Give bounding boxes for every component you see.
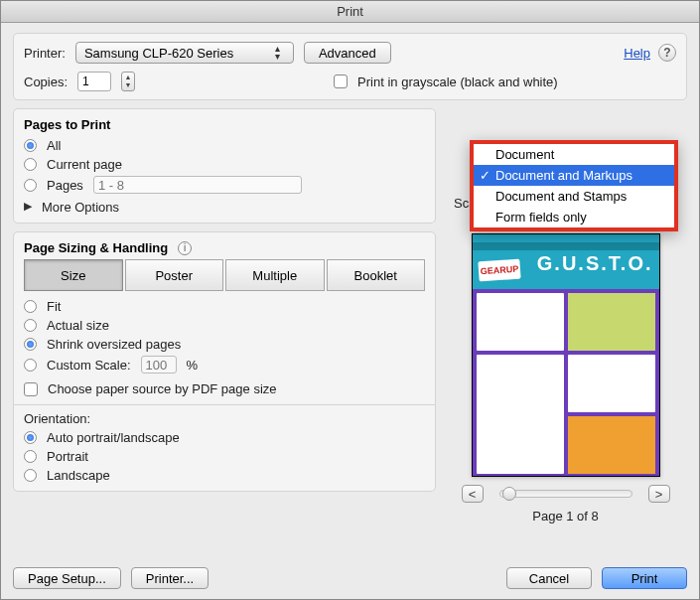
preview-header: GEARUP G.U.S.T.O.: [473, 234, 659, 289]
page-range-input[interactable]: [93, 176, 302, 194]
page-preview: GEARUP G.U.S.T.O.: [472, 233, 660, 477]
print-dialog: Print Printer: Samsung CLP-620 Series ▴▾…: [0, 0, 700, 600]
tab-poster-label: Poster: [155, 268, 193, 283]
radio-shrink[interactable]: [24, 338, 37, 351]
cancel-label: Cancel: [529, 571, 569, 586]
printer-select[interactable]: Samsung CLP-620 Series ▴▾: [75, 42, 294, 64]
page-setup-button[interactable]: Page Setup...: [13, 567, 121, 589]
next-page-button[interactable]: >: [648, 485, 670, 503]
radio-auto-label: Auto portrait/landscape: [47, 430, 180, 445]
radio-all-label: All: [47, 138, 61, 153]
advanced-label: Advanced: [319, 46, 376, 61]
radio-fit[interactable]: [24, 300, 37, 313]
left-column: Pages to Print All Current page Pages: [13, 108, 436, 524]
chevron-right-icon[interactable]: ▶: [24, 200, 32, 213]
printer-button-label: Printer...: [146, 571, 194, 586]
info-icon[interactable]: i: [178, 241, 192, 255]
cancel-button[interactable]: Cancel: [506, 567, 592, 589]
page-setup-label: Page Setup...: [28, 571, 106, 586]
radio-current[interactable]: [24, 158, 37, 171]
copies-input[interactable]: [77, 72, 111, 91]
top-panel: Printer: Samsung CLP-620 Series ▴▾ Advan…: [13, 33, 687, 100]
menu-item-document-stamps[interactable]: Document and Stamps: [474, 186, 674, 207]
sizing-panel: Page Sizing & Handling i Size Poster Mul…: [13, 231, 436, 492]
copies-stepper[interactable]: ▲▼: [121, 72, 135, 91]
sizing-tabs: Size Poster Multiple Booklet: [24, 259, 425, 291]
help-icon[interactable]: ?: [658, 44, 676, 62]
dialog-content: Printer: Samsung CLP-620 Series ▴▾ Advan…: [1, 23, 699, 561]
choose-paper-label: Choose paper source by PDF page size: [48, 381, 277, 396]
printer-label: Printer:: [24, 46, 66, 61]
tab-booklet-label: Booklet: [354, 268, 397, 283]
radio-current-label: Current page: [47, 157, 122, 172]
tab-size-label: Size: [61, 268, 85, 283]
tab-size[interactable]: Size: [24, 259, 123, 291]
grayscale-checkbox[interactable]: [334, 75, 348, 88]
radio-custom-label: Custom Scale:: [47, 358, 131, 373]
separator: [14, 404, 435, 405]
radio-all[interactable]: [24, 139, 37, 152]
radio-pages-label: Pages: [47, 178, 83, 193]
orientation-heading: Orientation:: [24, 411, 425, 426]
radio-custom[interactable]: [24, 359, 37, 372]
menu-item-document[interactable]: Document: [474, 144, 674, 165]
print-button[interactable]: Print: [602, 567, 687, 589]
printer-value: Samsung CLP-620 Series: [84, 46, 233, 61]
tab-multiple[interactable]: Multiple: [225, 259, 325, 291]
tab-multiple-label: Multiple: [252, 268, 297, 283]
radio-portrait[interactable]: [24, 450, 37, 463]
radio-shrink-label: Shrink oversized pages: [47, 337, 181, 352]
preview-title: G.U.S.T.O.: [537, 252, 653, 275]
tab-poster[interactable]: Poster: [125, 259, 224, 291]
tab-booklet[interactable]: Booklet: [327, 259, 426, 291]
preview-badge: GEARUP: [478, 259, 520, 282]
percent-sign: %: [187, 358, 199, 373]
print-label: Print: [631, 571, 658, 586]
more-options[interactable]: More Options: [42, 200, 119, 215]
page-info: Page 1 of 8: [532, 509, 599, 524]
radio-landscape-label: Landscape: [47, 468, 110, 483]
prev-page-button[interactable]: <: [462, 485, 484, 503]
chevron-left-icon: <: [469, 487, 477, 502]
advanced-button[interactable]: Advanced: [304, 42, 391, 64]
menu-item-form-fields[interactable]: Form fields only: [474, 207, 674, 227]
sizing-heading: Page Sizing & Handling: [24, 240, 168, 255]
radio-actual[interactable]: [24, 319, 37, 332]
pages-panel: Pages to Print All Current page Pages: [13, 108, 436, 224]
printer-button[interactable]: Printer...: [131, 567, 209, 589]
radio-portrait-label: Portrait: [47, 449, 88, 464]
custom-scale-input[interactable]: [141, 356, 177, 374]
dialog-footer: Page Setup... Printer... Cancel Print: [1, 561, 699, 599]
comments-forms-menu[interactable]: Document Document and Markups Document a…: [470, 140, 678, 231]
radio-actual-label: Actual size: [47, 318, 109, 333]
select-arrows-icon: ▴▾: [271, 45, 285, 61]
radio-fit-label: Fit: [47, 299, 61, 314]
pages-heading: Pages to Print: [24, 117, 425, 132]
choose-paper-checkbox[interactable]: [24, 382, 38, 396]
preview-body: [473, 289, 659, 477]
grayscale-label: Print in grayscale (black and white): [357, 75, 558, 89]
page-slider[interactable]: [499, 490, 632, 498]
radio-auto[interactable]: [24, 431, 37, 444]
slider-thumb[interactable]: [502, 487, 516, 501]
chevron-right-icon: >: [655, 487, 663, 502]
menu-item-document-markups[interactable]: Document and Markups: [474, 165, 674, 186]
window-title: Print: [1, 1, 699, 23]
copies-label: Copies:: [24, 75, 68, 89]
radio-pages[interactable]: [24, 179, 37, 192]
help-link[interactable]: Help: [624, 46, 650, 61]
radio-landscape[interactable]: [24, 469, 37, 482]
